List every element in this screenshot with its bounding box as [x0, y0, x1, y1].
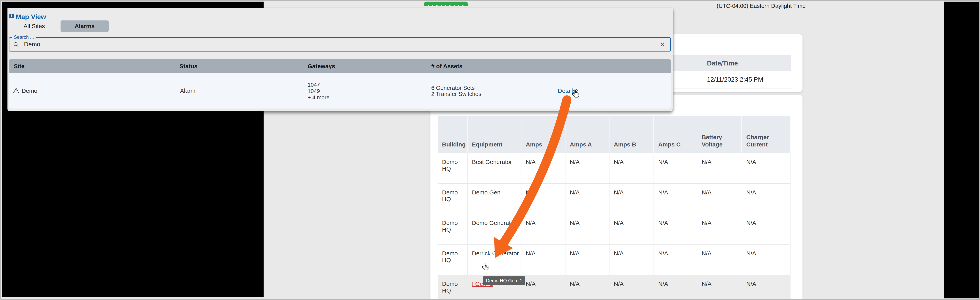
- col-equipment: Equipment: [468, 116, 522, 153]
- hand-cursor-icon: [571, 89, 581, 99]
- site-name: Demo: [22, 73, 37, 109]
- cell-battery-voltage: N/A: [697, 184, 742, 214]
- cell-amps: N/A: [522, 214, 565, 244]
- gateway-line: 1047: [308, 82, 329, 88]
- equipment-table: Building Equipment Amps Amps A Amps B Am…: [438, 116, 791, 300]
- equipment-row[interactable]: Demo HQ Best Generator N/A N/A N/A N/A N…: [438, 153, 791, 184]
- cell-amps-c: N/A: [654, 214, 697, 244]
- cell-battery-voltage: N/A: [697, 153, 742, 184]
- cell-amps-c: N/A: [654, 153, 697, 184]
- col-amps-a: Amps A: [565, 116, 609, 153]
- equipment-row[interactable]: Demo HQ Demo Generator N/A N/A N/A N/A N…: [438, 214, 791, 244]
- col-spacer: [786, 116, 791, 153]
- cell-battery-voltage: N/A: [697, 275, 742, 300]
- app-root: (UTC-04:00) Eastern Daylight Time Date/T…: [0, 0, 980, 300]
- cell-building: Demo HQ: [438, 244, 468, 275]
- gateway-more-link[interactable]: + 4 more: [308, 94, 329, 101]
- cell-amps: N/A: [522, 184, 565, 214]
- search-icon: [13, 41, 19, 48]
- cell-battery-voltage: N/A: [697, 214, 742, 244]
- cell-amps-c: N/A: [654, 184, 697, 214]
- cell-amps-a: N/A: [565, 153, 609, 184]
- cell-charger-current: N/A: [742, 184, 786, 214]
- cell-building: Demo HQ: [438, 153, 468, 184]
- tab-all-sites[interactable]: All Sites: [19, 21, 50, 32]
- cell-amps: N/A: [522, 275, 565, 300]
- timezone-label: (UTC-04:00) Eastern Daylight Time: [717, 3, 806, 9]
- col-charger-current: Charger Current: [742, 116, 786, 153]
- col-num-assets: # of Assets: [431, 59, 463, 73]
- cell-building: Demo HQ: [438, 184, 468, 214]
- cell-equipment: Demo Generator: [468, 214, 522, 244]
- asset-line: 2 Transfer Switches: [431, 91, 481, 97]
- search-field[interactable]: ✕: [9, 37, 671, 51]
- cell-battery-voltage: N/A: [697, 244, 742, 275]
- col-status: Status: [180, 59, 197, 73]
- event-date-time: 12/11/2023 2:45 PM: [707, 76, 763, 83]
- cell-amps-a: N/A: [565, 184, 609, 214]
- cell-building: Demo HQ: [438, 275, 468, 300]
- col-amps: Amps: [522, 116, 565, 153]
- equipment-header-row: Building Equipment Amps Amps A Amps B Am…: [438, 116, 791, 153]
- site-assets: 6 Generator Sets 2 Transfer Switches: [431, 85, 481, 97]
- cell-amps-b: N/A: [609, 275, 654, 300]
- cell-amps-b: N/A: [609, 153, 654, 184]
- cell-amps-a: N/A: [565, 275, 609, 300]
- tab-alarms[interactable]: Alarms: [60, 21, 109, 32]
- cell-amps: N/A: [522, 153, 565, 184]
- sites-table-header: Site Status Gateways # of Assets: [9, 59, 671, 73]
- cell-equipment: Best Generator: [468, 153, 522, 184]
- cell-amps-b: N/A: [609, 214, 654, 244]
- cell-equipment: Demo Gen: [468, 184, 522, 214]
- cell-amps-c: N/A: [654, 244, 697, 275]
- toast-notification[interactable]: [424, 2, 468, 6]
- cell-charger-current: N/A: [742, 153, 786, 184]
- hand-cursor-icon: [481, 262, 490, 271]
- search-label: Search ...: [12, 34, 36, 40]
- col-site: Site: [14, 59, 25, 73]
- cell-amps-a: N/A: [565, 244, 609, 275]
- cell-spacer: [786, 153, 791, 184]
- cell-amps-c: N/A: [654, 275, 697, 300]
- site-gateways: 1047 1049 + 4 more: [308, 82, 329, 101]
- cell-equipment: Derrick Generator: [468, 244, 522, 275]
- equipment-row[interactable]: Demo HQ Demo Gen N/A N/A N/A N/A N/A N/A: [438, 184, 791, 214]
- cell-spacer: [786, 244, 791, 275]
- cell-spacer: [786, 275, 791, 300]
- col-amps-b: Amps B: [609, 116, 654, 153]
- clear-search-icon[interactable]: ✕: [660, 41, 665, 48]
- cell-charger-current: N/A: [742, 244, 786, 275]
- panel-title: Map View: [16, 13, 46, 21]
- map-icon: [9, 13, 14, 19]
- col-gateways: Gateways: [308, 59, 335, 73]
- cell-spacer: [786, 184, 791, 214]
- cell-amps-b: N/A: [609, 244, 654, 275]
- masked-side-strip: [943, 2, 979, 298]
- equipment-row[interactable]: Demo HQ Derrick Generator N/A N/A N/A N/…: [438, 244, 791, 275]
- cell-charger-current: N/A: [742, 275, 786, 300]
- col-battery-voltage: Battery Voltage: [697, 116, 742, 153]
- col-amps-c: Amps C: [654, 116, 697, 153]
- cell-building: Demo HQ: [438, 214, 468, 244]
- asset-line: 6 Generator Sets: [431, 85, 481, 91]
- date-time-column-header: Date/Time: [707, 59, 738, 67]
- site-status: Alarm: [180, 73, 196, 109]
- toast-clipped-text: [428, 5, 464, 6]
- tooltip: Demo HQ Gen_1: [483, 276, 525, 285]
- gateway-line: 1049: [308, 88, 329, 94]
- search-input[interactable]: [24, 41, 614, 48]
- cell-amps: N/A: [522, 244, 565, 275]
- col-building: Building: [438, 116, 468, 153]
- event-row[interactable]: 12/11/2023 2:45 PM: [657, 71, 791, 88]
- cell-amps-b: N/A: [609, 184, 654, 214]
- cell-spacer: [786, 214, 791, 244]
- cell-charger-current: N/A: [742, 214, 786, 244]
- cell-amps-a: N/A: [565, 214, 609, 244]
- events-panel: Date/Time 12/11/2023 2:45 PM: [657, 34, 802, 92]
- alarm-warning-icon: [13, 87, 19, 94]
